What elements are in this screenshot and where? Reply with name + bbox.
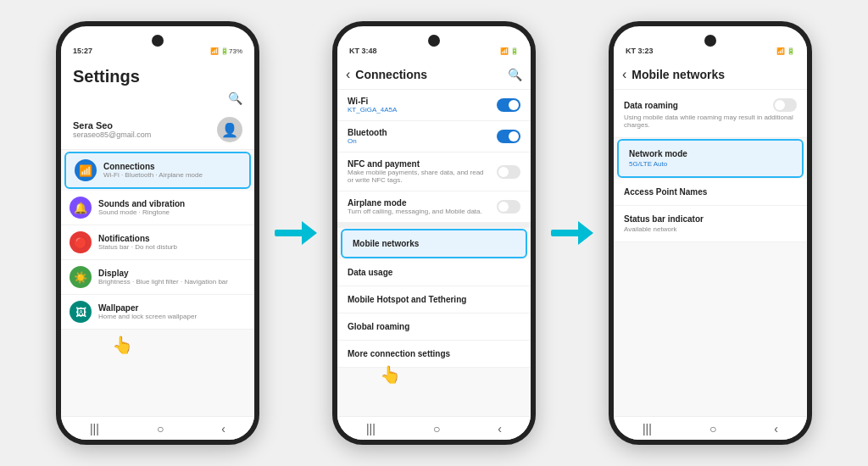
bluetooth-item[interactable]: Bluetooth On	[337, 121, 531, 153]
nav-bar-1: ||| ○ ‹	[61, 416, 254, 440]
bluetooth-toggle[interactable]	[497, 130, 520, 143]
phone-1: 15:27 📶 🔋73% Settings 🔍 Sera Seo seraseo…	[56, 21, 259, 445]
nav-home-icon-3[interactable]: ○	[709, 422, 716, 435]
data-usage-label: Data usage	[348, 268, 520, 277]
arrow-1	[275, 220, 317, 246]
arrow-body-2	[551, 230, 581, 236]
nav-home-icon[interactable]: ○	[157, 422, 164, 435]
airplane-title: Airplane mode	[348, 198, 490, 208]
network-mode-item[interactable]: Network mode 5G/LTE Auto	[617, 139, 804, 178]
cursor-hand-1: 👆	[112, 335, 133, 355]
status-bar-indicator-item[interactable]: Status bar indicator Available network	[614, 206, 807, 242]
battery-icon-3: 🔋	[787, 47, 795, 55]
data-roaming-toggle[interactable]	[773, 98, 797, 112]
wallpaper-icon: 🖼	[70, 301, 92, 323]
nfc-text: NFC and payment Make mobile payments, sh…	[348, 159, 490, 184]
nav-menu-icon-3[interactable]: |||	[643, 422, 652, 435]
settings-item-display[interactable]: ☀️ Display Brightness · Blue light filte…	[61, 260, 254, 295]
back-button-2[interactable]: ‹	[346, 67, 350, 82]
cursor-area-1: 👆	[61, 330, 254, 355]
sounds-title: Sounds and vibration	[98, 199, 246, 208]
connections-search-icon[interactable]: 🔍	[508, 68, 522, 81]
more-settings-item[interactable]: More connection settings	[337, 341, 531, 368]
bluetooth-title: Bluetooth	[348, 128, 490, 137]
display-text: Display Brightness · Blue light filter ·…	[98, 269, 246, 286]
wallpaper-sub: Home and lock screen wallpaper	[98, 313, 246, 320]
user-info: Sera Seo seraseo85@gmail.com	[73, 120, 210, 139]
arrow-shape-2	[551, 220, 593, 246]
back-button-3[interactable]: ‹	[622, 67, 626, 82]
settings-item-wallpaper[interactable]: 🖼 Wallpaper Home and lock screen wallpap…	[61, 295, 254, 330]
status-icons-2: 📶 🔋	[500, 47, 519, 55]
sounds-icon: 🔔	[70, 197, 92, 219]
connections-sub: Wi-Fi · Bluetooth · Airplane mode	[103, 171, 241, 179]
airplane-toggle[interactable]	[497, 200, 520, 214]
settings-item-notifications[interactable]: 🔴 Notifications Status bar · Do not dist…	[61, 225, 254, 260]
settings-item-sounds[interactable]: 🔔 Sounds and vibration Sound mode · Ring…	[61, 191, 254, 225]
connections-divider	[337, 223, 531, 228]
display-icon: ☀️	[70, 266, 92, 288]
nfc-title: NFC and payment	[348, 159, 490, 169]
display-title: Display	[98, 269, 246, 278]
arrow-shape-1	[275, 220, 317, 246]
nav-home-icon-2[interactable]: ○	[433, 422, 440, 435]
nfc-toggle[interactable]	[497, 165, 520, 179]
wifi-sub: KT_GiGA_4A5A	[348, 106, 490, 114]
status-bar-indicator-title: Status bar indicator	[624, 214, 797, 224]
mobile-networks-header-title: Mobile networks	[632, 68, 798, 81]
global-roaming-label: Global roaming	[348, 322, 520, 331]
status-icons-3: 📶 🔋	[776, 47, 795, 55]
status-bar-2: KT 3:48 📶 🔋	[337, 42, 531, 60]
nfc-sub: Make mobile payments, share data, and re…	[348, 169, 490, 184]
sounds-sub: Sound mode · Ringtone	[98, 208, 246, 216]
cursor-area-2: 👆	[337, 368, 531, 385]
status-icons-1: 📶 🔋73%	[210, 47, 242, 55]
connections-text: Connections Wi-Fi · Bluetooth · Airplane…	[103, 162, 241, 179]
nav-back-icon-2[interactable]: ‹	[498, 422, 502, 435]
data-roaming-item[interactable]: Data roaming Using mobile data while roa…	[614, 90, 807, 138]
display-sub: Brightness · Blue light filter · Navigat…	[98, 278, 246, 286]
status-bar-indicator-sub: Available network	[624, 225, 797, 233]
global-roaming-item[interactable]: Global roaming	[337, 313, 531, 341]
arrow-body-1	[275, 230, 305, 236]
mobile-networks-label: Mobile networks	[353, 239, 515, 248]
hotspot-item[interactable]: Mobile Hotspot and Tethering	[337, 286, 531, 313]
status-bar-1: 15:27 📶 🔋73%	[61, 42, 254, 60]
nav-menu-icon[interactable]: |||	[90, 422, 99, 435]
cursor-hand-2: 👆	[380, 364, 401, 385]
screen-3: ‹ Mobile networks Data roaming Using mob…	[614, 60, 807, 416]
time-3: KT 3:23	[626, 47, 654, 55]
bluetooth-sub: On	[348, 137, 490, 145]
data-roaming-sub: Using mobile data while roaming may resu…	[624, 114, 797, 129]
wifi-toggle[interactable]	[497, 98, 520, 112]
nav-bar-3: ||| ○ ‹	[614, 416, 807, 440]
wallpaper-text: Wallpaper Home and lock screen wallpaper	[98, 303, 246, 320]
wifi-item[interactable]: Wi-Fi KT_GiGA_4A5A	[337, 90, 531, 121]
user-row[interactable]: Sera Seo seraseo85@gmail.com 👤	[61, 110, 254, 150]
data-roaming-row: Data roaming	[624, 98, 797, 112]
connections-header: ‹ Connections 🔍	[337, 60, 531, 90]
user-name: Sera Seo	[73, 120, 210, 130]
bluetooth-text: Bluetooth On	[348, 128, 490, 145]
settings-item-connections[interactable]: 📶 Connections Wi-Fi · Bluetooth · Airpla…	[64, 152, 251, 189]
sounds-text: Sounds and vibration Sound mode · Ringto…	[98, 199, 246, 216]
airplane-item[interactable]: Airplane mode Turn off calling, messagin…	[337, 191, 531, 223]
nav-back-icon[interactable]: ‹	[221, 422, 225, 435]
mobile-networks-item[interactable]: Mobile networks	[341, 229, 527, 258]
more-settings-label: More connection settings	[348, 349, 520, 358]
arrow-head-2	[578, 221, 593, 245]
time-1: 15:27	[73, 47, 92, 55]
settings-search-bar[interactable]: 🔍	[61, 90, 254, 110]
phone-2: KT 3:48 📶 🔋 ‹ Connections 🔍 Wi-Fi KT_GiG…	[332, 21, 536, 445]
nav-bar-2: ||| ○ ‹	[337, 416, 531, 440]
search-icon[interactable]: 🔍	[228, 92, 242, 105]
avatar: 👤	[217, 117, 242, 142]
nav-back-icon-3[interactable]: ‹	[774, 422, 778, 435]
signal-icon-3: 📶	[776, 47, 785, 55]
nav-menu-icon-2[interactable]: |||	[366, 422, 376, 435]
wifi-text: Wi-Fi KT_GiGA_4A5A	[348, 97, 490, 114]
access-point-item[interactable]: Access Point Names	[614, 179, 807, 206]
nfc-item[interactable]: NFC and payment Make mobile payments, sh…	[337, 153, 531, 191]
data-usage-item[interactable]: Data usage	[337, 259, 531, 286]
signal-icon-2: 📶	[500, 47, 509, 55]
